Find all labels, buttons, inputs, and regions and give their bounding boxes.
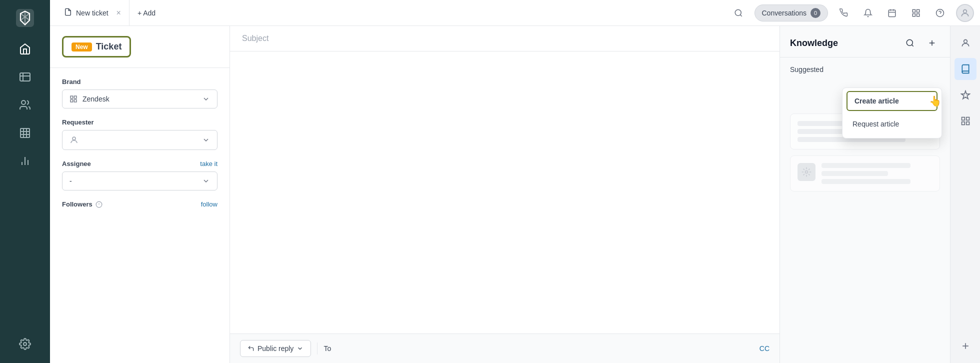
svg-rect-3: [20, 128, 30, 138]
reply-toolbar: Public reply To CC: [230, 334, 780, 363]
assignee-label: Assignee: [62, 160, 91, 168]
new-ticket-badge: New Ticket: [62, 36, 131, 58]
far-right-sparkle-button[interactable]: [954, 84, 976, 106]
sidebar-item-reports[interactable]: [10, 148, 40, 174]
sidebar-item-tickets[interactable]: [10, 64, 40, 90]
svg-rect-21: [70, 96, 73, 98]
assignee-value: -: [70, 177, 72, 185]
far-right-grid-button[interactable]: [954, 110, 976, 132]
sidebar-item-home[interactable]: [10, 36, 40, 62]
create-article-button[interactable]: Create article 👆: [846, 91, 938, 111]
article-card-2: [790, 156, 940, 192]
notifications-button[interactable]: [860, 5, 876, 21]
svg-rect-1: [20, 73, 30, 81]
tab-new-ticket[interactable]: New ticket ×: [56, 0, 130, 26]
tab-label: New ticket: [76, 9, 108, 17]
requester-label: Requester: [62, 118, 218, 126]
skeleton-line: [822, 171, 888, 176]
far-right-add-button[interactable]: [954, 335, 976, 357]
take-it-link[interactable]: take it: [200, 160, 218, 168]
reply-cc-button[interactable]: CC: [760, 344, 770, 352]
skeleton-line: [822, 163, 910, 168]
article-icon: [798, 163, 816, 181]
content-area: New Ticket Brand Zendesk: [50, 26, 980, 363]
svg-rect-37: [962, 122, 964, 125]
calendar-button[interactable]: [884, 5, 900, 21]
phone-button[interactable]: [836, 5, 852, 21]
help-button[interactable]: [932, 5, 948, 21]
assignee-select[interactable]: -: [62, 172, 218, 190]
tab-bar-actions: Conversations 0: [730, 4, 974, 22]
svg-point-25: [72, 137, 76, 140]
svg-point-7: [24, 342, 26, 346]
assignee-field: Assignee take it -: [62, 160, 218, 190]
svg-point-34: [964, 40, 967, 43]
knowledge-add-button[interactable]: [924, 35, 940, 51]
sidebar-item-organizations[interactable]: [10, 120, 40, 146]
followers-label: Followers: [62, 200, 92, 208]
conversations-label: Conversations: [762, 9, 807, 17]
requester-select[interactable]: [62, 130, 218, 150]
knowledge-actions: [902, 35, 940, 51]
middle-panel: Subject Public reply To CC: [230, 26, 780, 363]
brand-select[interactable]: Zendesk: [62, 90, 218, 108]
create-article-label: Create article: [854, 97, 899, 105]
svg-rect-24: [74, 100, 76, 102]
svg-rect-38: [966, 122, 969, 125]
followers-field: Followers follow: [62, 200, 218, 208]
svg-point-29: [906, 40, 912, 46]
reply-divider: [317, 342, 318, 354]
new-ticket-header: New Ticket: [50, 26, 230, 68]
conversations-button[interactable]: Conversations 0: [754, 4, 828, 22]
knowledge-header: Knowledge: [780, 26, 950, 58]
svg-rect-35: [962, 118, 964, 120]
svg-line-9: [740, 14, 742, 16]
app-logo[interactable]: [13, 6, 37, 30]
add-tab-label: + Add: [138, 9, 156, 17]
subject-placeholder: Subject: [242, 34, 268, 42]
knowledge-title: Knowledge: [790, 38, 838, 48]
search-button[interactable]: [730, 5, 746, 21]
knowledge-search-button[interactable]: [902, 35, 918, 51]
svg-rect-15: [917, 10, 920, 12]
skeleton-line: [822, 179, 910, 184]
left-panel: New Ticket Brand Zendesk: [50, 26, 230, 363]
svg-point-20: [964, 10, 967, 13]
conversations-badge: 0: [810, 8, 820, 18]
svg-point-2: [22, 100, 26, 104]
svg-point-8: [735, 10, 741, 16]
svg-line-30: [912, 44, 913, 46]
request-article-button[interactable]: Request article: [842, 113, 942, 135]
svg-rect-10: [888, 10, 896, 17]
compose-area[interactable]: [230, 52, 780, 334]
tab-close-icon[interactable]: ×: [116, 8, 121, 18]
cursor-icon: 👆: [929, 95, 942, 107]
tab-icon: [64, 8, 72, 18]
badge-ticket: Ticket: [96, 42, 122, 52]
tab-bar: New ticket × + Add Conversations 0: [50, 0, 980, 26]
form-section: Brand Zendesk: [50, 68, 230, 218]
main-container: New ticket × + Add Conversations 0: [50, 0, 980, 363]
brand-value: Zendesk: [82, 95, 110, 103]
sidebar-item-settings[interactable]: [10, 331, 40, 357]
far-right-user-button[interactable]: [954, 32, 976, 54]
far-right-knowledge-button[interactable]: [954, 58, 976, 80]
requester-field: Requester: [62, 118, 218, 150]
knowledge-body: Suggested Create article 👆 Request artic…: [780, 58, 950, 363]
knowledge-dropdown: Create article 👆 Request article: [842, 88, 942, 138]
grid-button[interactable]: [908, 5, 924, 21]
sidebar-nav: [0, 0, 50, 363]
subject-input[interactable]: Subject: [230, 26, 780, 52]
svg-rect-23: [70, 100, 73, 102]
right-panel: Knowledge Suggested: [780, 26, 950, 363]
reply-type-button[interactable]: Public reply: [240, 340, 311, 357]
badge-new: New: [72, 42, 92, 52]
user-avatar[interactable]: [956, 4, 974, 22]
sidebar-item-users[interactable]: [10, 92, 40, 118]
far-right-panel: [950, 26, 980, 363]
add-tab-button[interactable]: + Add: [130, 0, 164, 26]
follow-link[interactable]: follow: [201, 200, 218, 208]
svg-rect-22: [74, 96, 76, 98]
suggested-label: Suggested: [790, 66, 940, 74]
svg-point-33: [806, 171, 808, 174]
